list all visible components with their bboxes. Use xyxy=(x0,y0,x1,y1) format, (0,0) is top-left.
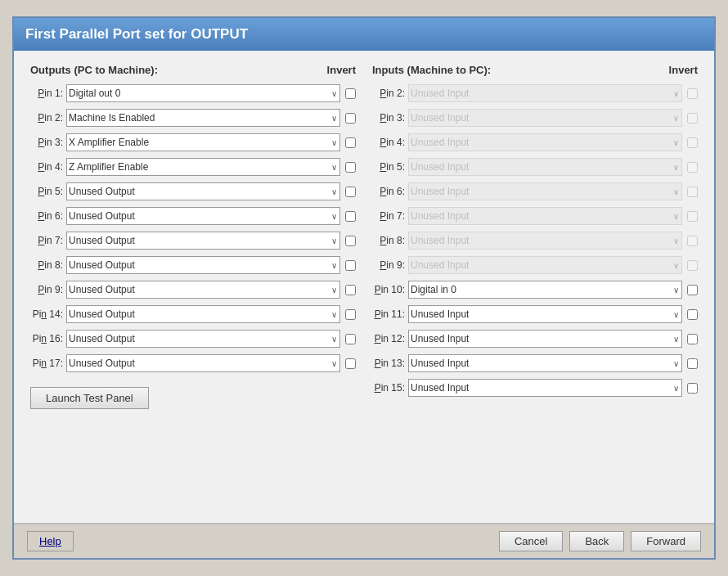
forward-button[interactable]: Forward xyxy=(631,531,701,551)
output-select-4[interactable]: Unused Output xyxy=(66,182,340,200)
input-invert-checkbox-3 xyxy=(687,162,698,173)
input-select-wrapper-7: Unused Input xyxy=(408,256,682,274)
input-pin-label-5: Pin 7: xyxy=(372,210,408,222)
input-invert-checkbox-12[interactable] xyxy=(687,383,698,394)
output-invert-checkbox-9[interactable] xyxy=(345,309,356,320)
output-invert-checkbox-5[interactable] xyxy=(345,211,356,222)
input-select-9[interactable]: Unused Input xyxy=(408,305,682,323)
input-invert-checkbox-9[interactable] xyxy=(687,309,698,320)
bottom-bar: Help Cancel Back Forward xyxy=(14,524,714,558)
output-invert-checkbox-8[interactable] xyxy=(345,285,356,295)
output-pin-row-2: Pin 3:X Amplifier Enable xyxy=(30,132,356,153)
output-pin-label-6: Pin 7: xyxy=(30,235,66,246)
output-invert-checkbox-6[interactable] xyxy=(345,236,356,246)
output-invert-checkbox-4[interactable] xyxy=(345,187,356,197)
output-select-wrapper-9: Unused Output xyxy=(66,305,340,323)
input-pin-label-0: Pin 2: xyxy=(372,88,408,99)
input-invert-checkbox-8[interactable] xyxy=(687,285,698,295)
launch-btn-row: Launch Test Panel xyxy=(30,387,356,409)
output-invert-checkbox-3[interactable] xyxy=(345,162,356,173)
output-invert-checkbox-10[interactable] xyxy=(345,334,356,344)
output-pin-row-11: Pin 17:Unused Output xyxy=(30,353,356,374)
input-pin-label-7: Pin 9: xyxy=(372,259,408,271)
input-pin-row-7: Pin 9:Unused Input xyxy=(372,254,698,276)
input-select-12[interactable]: Unused Input xyxy=(408,379,682,397)
output-select-wrapper-5: Unused Output xyxy=(66,207,340,225)
output-pin-row-9: Pin 14:Unused Output xyxy=(30,304,356,325)
output-pin-row-3: Pin 4:Z Amplifier Enable xyxy=(30,156,356,178)
input-select-wrapper-3: Unused Input xyxy=(408,158,682,176)
output-select-wrapper-4: Unused Output xyxy=(66,182,340,200)
output-pin-row-6: Pin 7:Unused Output xyxy=(30,230,356,251)
output-select-3[interactable]: Z Amplifier Enable xyxy=(66,158,340,176)
output-select-wrapper-8: Unused Output xyxy=(66,281,340,299)
input-invert-checkbox-5 xyxy=(687,211,698,222)
input-pin-label-12: Pin 15: xyxy=(372,382,408,394)
input-select-6: Unused Input xyxy=(408,232,682,250)
input-select-2: Unused Input xyxy=(408,133,682,151)
output-pin-row-1: Pin 2:Machine Is Enabled xyxy=(30,107,356,128)
input-invert-checkbox-11[interactable] xyxy=(687,358,698,369)
output-select-6[interactable]: Unused Output xyxy=(66,232,340,250)
outputs-column: Outputs (PC to Machine): Invert Pin 1:Di… xyxy=(30,64,356,409)
bottom-right: Cancel Back Forward xyxy=(499,531,701,551)
input-invert-checkbox-10[interactable] xyxy=(687,334,698,344)
help-button[interactable]: Help xyxy=(27,531,74,551)
output-select-7[interactable]: Unused Output xyxy=(66,256,340,274)
input-select-wrapper-2: Unused Input xyxy=(408,133,682,151)
output-pin-label-4: Pin 5: xyxy=(30,186,66,197)
output-pin-row-10: Pin 16:Unused Output xyxy=(30,328,356,349)
input-select-8[interactable]: Digital in 0 xyxy=(408,281,682,299)
input-pins-container: Pin 2:Unused InputPin 3:Unused InputPin … xyxy=(372,83,698,398)
input-select-11[interactable]: Unused Input xyxy=(408,354,682,372)
input-pin-row-5: Pin 7:Unused Input xyxy=(372,205,698,227)
title-bar: First Parallel Port set for OUTPUT xyxy=(14,18,714,51)
output-invert-checkbox-11[interactable] xyxy=(345,358,356,369)
input-select-3: Unused Input xyxy=(408,158,682,176)
output-pin-label-9: Pin 14: xyxy=(30,308,66,320)
outputs-invert-label: Invert xyxy=(327,64,356,76)
window-title: First Parallel Port set for OUTPUT xyxy=(25,26,248,42)
output-select-9[interactable]: Unused Output xyxy=(66,305,340,323)
input-select-wrapper-5: Unused Input xyxy=(408,207,682,225)
input-select-wrapper-4: Unused Input xyxy=(408,182,682,200)
output-pins-container: Pin 1:Digital out 0Pin 2:Machine Is Enab… xyxy=(30,83,356,374)
input-invert-checkbox-0 xyxy=(687,88,698,99)
output-invert-checkbox-0[interactable] xyxy=(345,88,356,99)
output-select-11[interactable]: Unused Output xyxy=(66,354,340,372)
back-button[interactable]: Back xyxy=(569,531,624,551)
output-select-0[interactable]: Digital out 0 xyxy=(66,84,340,102)
output-select-wrapper-7: Unused Output xyxy=(66,256,340,274)
input-pin-label-1: Pin 3: xyxy=(372,112,408,124)
output-select-5[interactable]: Unused Output xyxy=(66,207,340,225)
input-pin-row-8: Pin 10:Digital in 0 xyxy=(372,279,698,300)
input-select-wrapper-8: Digital in 0 xyxy=(408,281,682,299)
input-pin-label-3: Pin 5: xyxy=(372,161,408,173)
output-invert-checkbox-1[interactable] xyxy=(345,113,356,124)
input-pin-row-3: Pin 5:Unused Input xyxy=(372,156,698,178)
output-invert-checkbox-2[interactable] xyxy=(345,137,356,148)
outputs-header-label: Outputs (PC to Machine): xyxy=(30,64,158,76)
input-pin-row-0: Pin 2:Unused Input xyxy=(372,83,698,104)
output-select-wrapper-6: Unused Output xyxy=(66,232,340,250)
output-select-10[interactable]: Unused Output xyxy=(66,330,340,348)
input-invert-checkbox-4 xyxy=(687,187,698,197)
inputs-header-label: Inputs (Machine to PC): xyxy=(372,64,491,76)
cancel-button[interactable]: Cancel xyxy=(499,531,563,551)
input-select-wrapper-10: Unused Input xyxy=(408,330,682,348)
output-select-2[interactable]: X Amplifier Enable xyxy=(66,133,340,151)
main-window: First Parallel Port set for OUTPUT Outpu… xyxy=(12,16,716,560)
input-select-wrapper-9: Unused Input xyxy=(408,305,682,323)
input-select-4: Unused Input xyxy=(408,182,682,200)
output-pin-label-8: Pin 9: xyxy=(30,284,66,295)
input-select-1: Unused Input xyxy=(408,109,682,127)
input-pin-label-11: Pin 13: xyxy=(372,358,408,369)
outputs-header: Outputs (PC to Machine): Invert xyxy=(30,64,356,76)
output-select-wrapper-2: X Amplifier Enable xyxy=(66,133,340,151)
launch-test-button[interactable]: Launch Test Panel xyxy=(30,387,149,409)
output-select-8[interactable]: Unused Output xyxy=(66,281,340,299)
output-invert-checkbox-7[interactable] xyxy=(345,260,356,271)
input-select-10[interactable]: Unused Input xyxy=(408,330,682,348)
output-select-1[interactable]: Machine Is Enabled xyxy=(66,109,340,127)
input-pin-row-6: Pin 8:Unused Input xyxy=(372,230,698,251)
